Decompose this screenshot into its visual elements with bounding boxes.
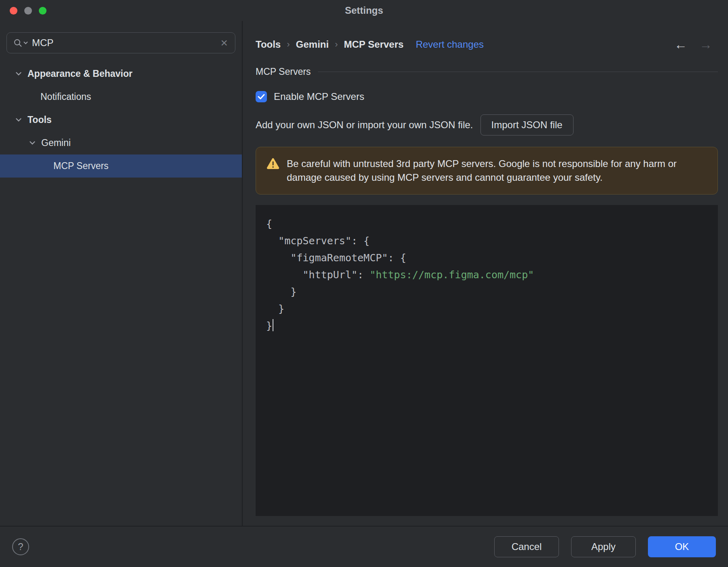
help-question-icon: ? [18,541,23,552]
history-nav: ← → [674,38,718,51]
zoom-window-icon[interactable] [39,7,47,15]
settings-search-box[interactable]: × [6,32,235,53]
search-icon [13,38,28,47]
sidebar-item-label: Notifications [40,91,91,102]
settings-sidebar: × Appearance & Behavior Notifications To [0,21,243,526]
close-window-icon[interactable] [10,7,17,15]
apply-button[interactable]: Apply [571,536,636,557]
sidebar-item-mcp-servers[interactable]: MCP Servers [0,154,242,178]
enable-mcp-label[interactable]: Enable MCP Servers [274,91,364,102]
breadcrumb-mcp-servers: MCP Servers [344,39,404,50]
title-bar: Settings [0,0,728,21]
clear-search-icon[interactable]: × [219,37,229,49]
check-icon [258,94,265,99]
add-json-row: Add your own JSON or import your own JSO… [256,114,718,135]
chevron-down-icon[interactable] [29,141,36,145]
chevron-down-icon[interactable] [15,118,22,122]
warning-triangle-icon [267,158,279,171]
sidebar-item-gemini[interactable]: Gemini [0,131,242,154]
sidebar-item-label: MCP Servers [53,161,108,171]
breadcrumb-tools[interactable]: Tools [256,39,281,50]
body: × Appearance & Behavior Notifications To [0,21,728,526]
minimize-window-icon[interactable] [24,7,32,15]
json-editor[interactable]: { "mcpServers": { "figmaRemoteMCP": { "h… [256,205,718,516]
cancel-button[interactable]: Cancel [494,536,559,557]
import-json-button[interactable]: Import JSON file [480,114,574,135]
text-cursor [273,319,273,331]
sidebar-item-label: Gemini [41,138,71,148]
enable-mcp-checkbox[interactable] [256,91,267,102]
breadcrumb-separator: › [287,39,290,50]
forward-arrow-icon[interactable]: → [699,38,712,51]
mcp-servers-panel: Tools › Gemini › MCP Servers Revert chan… [243,21,728,526]
help-button[interactable]: ? [12,538,29,555]
section-title: MCP Servers [256,66,311,77]
sidebar-item-label: Tools [28,114,52,125]
section-divider [318,72,718,72]
search-history-chevron-icon [23,41,28,44]
warning-banner: Be careful with untrusted 3rd party MCP … [256,147,718,195]
chevron-down-icon[interactable] [15,72,22,76]
json-editor-content: { "mcpServers": { "figmaRemoteMCP": { "h… [266,216,718,334]
settings-window: Settings × [0,0,728,567]
window-title: Settings [345,5,383,16]
warning-text: Be careful with untrusted 3rd party MCP … [287,157,707,184]
breadcrumb-gemini[interactable]: Gemini [296,39,329,50]
add-json-text: Add your own JSON or import your own JSO… [256,119,473,131]
window-controls [10,0,47,21]
revert-changes-link[interactable]: Revert changes [416,39,484,50]
enable-mcp-row: Enable MCP Servers [256,91,718,102]
sidebar-item-tools[interactable]: Tools [0,108,242,131]
breadcrumb-separator: › [335,39,338,50]
footer-bar: ? Cancel Apply OK [0,526,728,567]
sidebar-item-appearance-behavior[interactable]: Appearance & Behavior [0,62,242,85]
ok-button[interactable]: OK [648,536,716,557]
search-input[interactable] [31,37,216,49]
back-arrow-icon[interactable]: ← [674,38,687,51]
sidebar-item-label: Appearance & Behavior [28,68,132,79]
breadcrumb: Tools › Gemini › MCP Servers Revert chan… [256,38,718,51]
section-header: MCP Servers [256,66,718,77]
sidebar-item-notifications[interactable]: Notifications [0,85,242,108]
settings-tree: Appearance & Behavior Notifications Tool… [0,62,242,178]
